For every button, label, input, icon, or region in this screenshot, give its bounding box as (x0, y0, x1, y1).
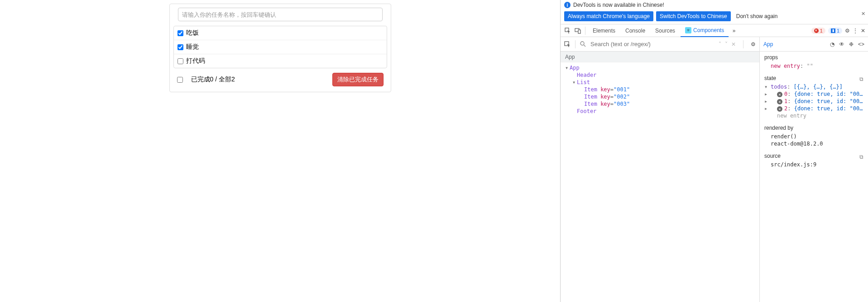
delete-entry-icon[interactable]: ✕ (777, 99, 782, 104)
tab-elements[interactable]: Elements (588, 24, 620, 37)
close-banner-icon[interactable]: ✕ (861, 11, 865, 17)
todo-label: 睡觉 (186, 43, 199, 51)
svg-rect-2 (578, 30, 580, 33)
devtools-tabs: Elements Console Sources ⚛ Components » … (561, 24, 868, 37)
always-match-language-button[interactable]: Always match Chrome's language (564, 11, 653, 21)
component-tree[interactable]: ▾App Header ▾List Item key="001" Item ke… (561, 62, 759, 302)
source-title: source (764, 153, 781, 159)
search-icon (580, 41, 586, 47)
state-title: state (764, 75, 776, 81)
todo-item: 睡觉 (174, 40, 387, 54)
rendered-by-title: rendered by (764, 125, 863, 131)
todo-list: 吃饭 睡觉 打代码 (173, 26, 387, 68)
search-prev-icon[interactable]: ˄ (719, 41, 721, 47)
source-location[interactable]: src/index.js:9 (764, 161, 863, 168)
app-viewport: 吃饭 睡觉 打代码 已完成0 / 全部2 清除已完成任务 (0, 0, 560, 302)
tree-node-header[interactable]: Header (561, 71, 759, 79)
component-search-row: ˄ ˅ ✕ ⚙ (561, 37, 759, 52)
inspector-pane: App ◔ 👁 ❉ <> props new entry: "" state⧉ … (760, 37, 868, 302)
error-count: 1 (820, 28, 823, 33)
search-next-icon[interactable]: ˅ (725, 41, 728, 47)
react-icon: ⚛ (685, 27, 691, 33)
select-all-checkbox[interactable] (177, 77, 183, 83)
view-source-icon[interactable]: <> (858, 41, 864, 47)
info-badge[interactable]: ▮1 (828, 28, 842, 34)
banner-text: DevTools is now available in Chinese! (573, 2, 664, 8)
todo-container: 吃饭 睡觉 打代码 已完成0 / 全部2 清除已完成任务 (169, 4, 391, 92)
todo-item: 吃饭 (174, 26, 387, 40)
component-tree-pane: ˄ ˅ ✕ ⚙ App ▾App Header ▾List Item key="… (561, 37, 760, 302)
todo-item: 打代码 (174, 54, 387, 68)
more-tabs-icon[interactable]: » (729, 26, 739, 35)
todo-label: 打代码 (186, 57, 205, 65)
render-fn[interactable]: render() (764, 133, 863, 140)
tree-node-item[interactable]: Item key="001" (561, 86, 759, 93)
todo-checkbox[interactable] (177, 44, 183, 50)
tab-components[interactable]: ⚛ Components (681, 24, 729, 37)
svg-point-4 (580, 42, 584, 45)
tab-console[interactable]: Console (621, 24, 650, 37)
rendered-by-section: rendered by render() react-dom@18.2.0 (760, 122, 868, 150)
breadcrumb: App (561, 52, 759, 62)
inspector-header: App ◔ 👁 ❉ <> (760, 37, 868, 52)
tree-node-item[interactable]: Item key="002" (561, 93, 759, 100)
svg-line-5 (584, 45, 585, 47)
language-banner: i DevTools is now available in Chinese! (561, 0, 868, 10)
todo-footer: 已完成0 / 全部2 清除已完成任务 (173, 68, 387, 88)
close-devtools-icon[interactable]: ✕ (861, 28, 865, 34)
language-banner-actions: Always match Chrome's language Switch De… (561, 10, 868, 24)
suspend-icon[interactable]: ◔ (830, 41, 834, 47)
element-picker-icon[interactable] (564, 41, 571, 47)
settings-icon[interactable]: ⚙ (845, 28, 850, 34)
todo-checkbox[interactable] (177, 58, 183, 64)
clear-completed-button[interactable]: 清除已完成任务 (332, 73, 384, 86)
props-title: props (764, 54, 863, 61)
tree-node-footer[interactable]: Footer (561, 108, 759, 115)
todo-checkbox[interactable] (177, 30, 183, 36)
error-badge[interactable]: ✕1 (811, 28, 825, 34)
inspect-dom-icon[interactable]: 👁 (839, 41, 844, 47)
delete-entry-icon[interactable]: ✕ (777, 106, 782, 112)
debug-icon[interactable]: ❉ (849, 41, 854, 47)
info-count: 1 (837, 28, 839, 33)
props-section: props new entry: "" (760, 52, 868, 72)
tab-sources[interactable]: Sources (651, 24, 680, 37)
tree-settings-icon[interactable]: ⚙ (751, 41, 756, 47)
delete-entry-icon[interactable]: ✕ (777, 92, 782, 97)
dont-show-again-button[interactable]: Don't show again (734, 11, 781, 21)
kebab-menu-icon[interactable]: ⋮ (853, 28, 858, 34)
info-icon: i (564, 2, 571, 8)
devtools-body: ˄ ˅ ✕ ⚙ App ▾App Header ▾List Item key="… (561, 37, 868, 302)
component-search-input[interactable] (590, 41, 714, 47)
inspect-element-icon[interactable] (563, 26, 572, 35)
todo-label: 吃饭 (186, 29, 199, 37)
state-section: state⧉ ▾todos: [{…}, {…}, {…}] ▸✕0: {don… (760, 72, 868, 122)
tree-node-item[interactable]: Item key="003" (561, 100, 759, 108)
react-dom-version[interactable]: react-dom@18.2.0 (764, 140, 863, 147)
summary-text: 已完成0 / 全部2 (191, 76, 235, 84)
copy-icon[interactable]: ⧉ (859, 154, 863, 160)
selected-component-name: App (763, 41, 773, 47)
devtools-panel: i DevTools is now available in Chinese! … (560, 0, 868, 302)
switch-to-chinese-button[interactable]: Switch DevTools to Chinese (656, 11, 731, 21)
breadcrumb-item[interactable]: App (565, 54, 575, 60)
copy-icon[interactable]: ⧉ (859, 76, 863, 82)
new-task-input[interactable] (178, 8, 383, 21)
tree-node-list[interactable]: ▾List (561, 79, 759, 86)
source-section: source⧉ src/index.js:9 (760, 150, 868, 171)
device-toolbar-icon[interactable] (573, 26, 582, 35)
tab-components-label: Components (693, 27, 724, 33)
tree-node-app[interactable]: ▾App (561, 64, 759, 71)
search-clear-icon[interactable]: ✕ (731, 41, 736, 47)
